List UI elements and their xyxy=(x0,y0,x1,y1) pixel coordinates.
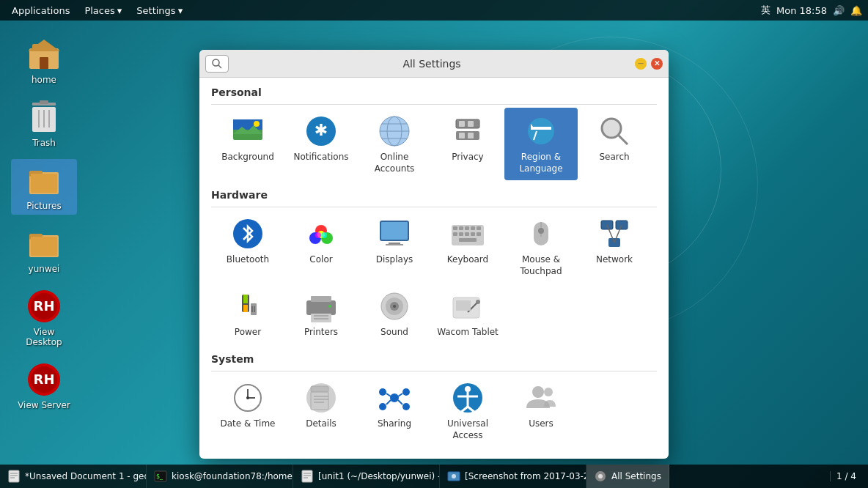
power-label: Power xyxy=(235,327,261,339)
svg-point-111 xyxy=(402,388,410,396)
region-language-icon xyxy=(523,114,559,149)
svg-point-119 xyxy=(465,386,471,392)
svg-rect-104 xyxy=(311,386,328,392)
screenshot-label: [Screenshot from 2017-03-25 ... xyxy=(465,471,586,481)
volume-icon[interactable]: 🔊 xyxy=(833,5,845,16)
view-server-icon: RH xyxy=(26,362,62,397)
settings-item-online-accounts[interactable]: OnlineAccounts xyxy=(358,108,431,180)
settings-item-background[interactable]: Background xyxy=(211,108,284,180)
svg-line-116 xyxy=(386,400,391,404)
hardware-section-header: Hardware xyxy=(211,180,657,207)
settings-item-keyboard[interactable]: Keyboard xyxy=(431,210,504,283)
settings-item-notifications[interactable]: ✱ Notifications xyxy=(284,108,358,180)
settings-item-universal-access[interactable]: UniversalAccess xyxy=(431,374,504,447)
taskbar-item-all-settings[interactable]: All Settings xyxy=(586,465,669,488)
places-label: Places xyxy=(84,5,114,16)
settings-item-printers[interactable]: Printers xyxy=(284,283,358,344)
gedit-yunwei-label: [unit1 (~/Desktop/yunwei) - ged... xyxy=(318,471,440,481)
svg-line-23 xyxy=(218,65,221,68)
settings-item-network[interactable]: Network xyxy=(578,210,651,283)
svg-point-44 xyxy=(602,119,621,138)
desktop-icon-view-desktop[interactable]: RH View Desktop xyxy=(11,285,77,351)
details-label: Details xyxy=(306,418,336,430)
settings-item-region-language[interactable]: Region &Language xyxy=(504,108,578,180)
dialog-controls: ─ ✕ xyxy=(635,58,663,70)
places-arrow: ▾ xyxy=(117,5,122,16)
applications-menu[interactable]: Applications xyxy=(6,4,76,18)
places-menu[interactable]: Places ▾ xyxy=(78,4,128,18)
settings-item-users[interactable]: Users xyxy=(504,374,578,447)
gedit-unsaved-label: *Unsaved Document 1 - gedit xyxy=(25,471,147,481)
desktop-icon-home[interactable]: home xyxy=(11,33,77,89)
details-icon xyxy=(304,380,339,415)
settings-item-details[interactable]: Details xyxy=(284,374,358,447)
svg-rect-62 xyxy=(477,226,481,230)
settings-item-power[interactable]: Power xyxy=(211,283,284,344)
taskbar-item-gedit-unsaved[interactable]: *Unsaved Document 1 - gedit xyxy=(0,465,147,488)
svg-rect-63 xyxy=(453,232,457,236)
settings-item-sound[interactable]: Sound xyxy=(358,283,431,344)
home-label: home xyxy=(32,75,56,85)
gedit-yunwei-icon xyxy=(301,470,314,483)
background-label: Background xyxy=(221,152,274,163)
settings-item-displays[interactable]: Displays xyxy=(358,210,431,283)
svg-rect-85 xyxy=(306,300,336,315)
svg-point-102 xyxy=(246,396,249,399)
settings-item-sharing[interactable]: Sharing xyxy=(358,374,431,447)
taskbar-item-kiosk[interactable]: $_ kiosk@foundation78:/home/kio... xyxy=(147,465,293,488)
settings-label: Settings xyxy=(136,5,175,16)
taskbar-item-gedit-yunwei[interactable]: [unit1 (~/Desktop/yunwei) - ged... xyxy=(293,465,440,488)
desktop-icon-yunwei[interactable]: yunwei xyxy=(11,222,77,278)
hardware-items-grid: Bluetooth Color xyxy=(211,210,657,344)
universal-access-icon xyxy=(450,380,485,415)
settings-item-privacy[interactable]: Privacy xyxy=(431,108,504,180)
svg-rect-66 xyxy=(471,232,475,236)
svg-text:RH: RH xyxy=(34,371,55,387)
desktop-icon-view-server[interactable]: RH View Server xyxy=(11,358,77,414)
svg-rect-39 xyxy=(459,133,465,138)
terminal-task-icon: $_ xyxy=(154,470,167,483)
dialog-content: Personal Background xyxy=(199,78,669,459)
view-desktop-label: View Desktop xyxy=(15,327,73,347)
svg-point-51 xyxy=(315,232,321,238)
all-settings-label: All Settings xyxy=(611,471,661,481)
universal-access-label: UniversalAccess xyxy=(447,418,488,441)
svg-point-71 xyxy=(538,228,544,234)
settings-item-wacom[interactable]: Wacom Tablet xyxy=(431,283,504,344)
menubar-right: 英 Mon 18:58 🔊 🔔 xyxy=(761,4,862,17)
system-section-header: System xyxy=(211,344,657,371)
desktop-icon-pictures[interactable]: Pictures xyxy=(11,159,77,215)
displays-label: Displays xyxy=(376,254,413,266)
taskbar-item-screenshot[interactable]: [Screenshot from 2017-03-25 ... xyxy=(440,465,586,488)
settings-item-color[interactable]: Color xyxy=(284,210,358,283)
wacom-label: Wacom Tablet xyxy=(437,327,499,339)
page-indicator: 1 / 4 xyxy=(830,471,862,481)
settings-item-search[interactable]: Search xyxy=(578,108,651,180)
settings-item-date-time[interactable]: Date & Time xyxy=(211,374,284,447)
desktop-icon-trash[interactable]: Trash xyxy=(11,96,77,152)
keyboard-label: Keyboard xyxy=(447,254,488,266)
lang-indicator[interactable]: 英 xyxy=(761,4,770,17)
online-accounts-label: OnlineAccounts xyxy=(375,152,415,174)
svg-rect-54 xyxy=(381,222,408,240)
users-icon xyxy=(523,380,559,415)
search-settings-icon xyxy=(597,114,632,149)
settings-dialog: All Settings ─ ✕ Personal xyxy=(199,50,669,459)
pictures-label: Pictures xyxy=(26,201,62,211)
dialog-search-button[interactable] xyxy=(205,55,229,73)
close-button[interactable]: ✕ xyxy=(651,58,663,70)
minimize-button[interactable]: ─ xyxy=(635,58,647,70)
home-folder-icon xyxy=(26,37,62,72)
svg-rect-89 xyxy=(314,318,328,319)
svg-rect-40 xyxy=(468,133,474,138)
settings-item-mouse-touchpad[interactable]: Mouse &Touchpad xyxy=(504,210,578,283)
settings-menu[interactable]: Settings ▾ xyxy=(130,4,188,18)
settings-item-bluetooth[interactable]: Bluetooth xyxy=(211,210,284,283)
mouse-touchpad-icon xyxy=(523,216,559,251)
privacy-label: Privacy xyxy=(452,152,483,163)
screenshot-task-icon xyxy=(447,470,460,483)
svg-rect-60 xyxy=(465,226,469,230)
notification-icon[interactable]: 🔔 xyxy=(850,5,862,16)
svg-rect-15 xyxy=(31,237,57,256)
bluetooth-icon xyxy=(230,216,265,251)
